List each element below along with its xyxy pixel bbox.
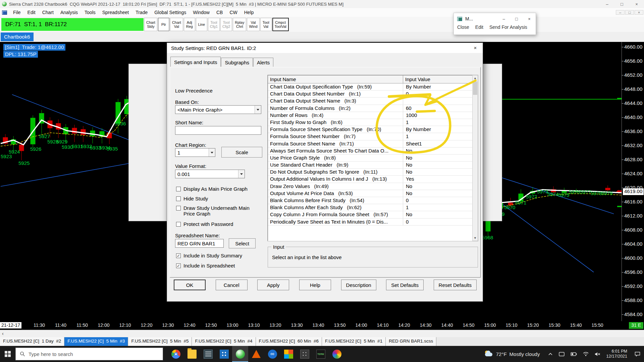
table-row[interactable]: Use Price Graph Style (In:8)No [268,155,478,162]
taskbar-app-palette[interactable] [329,346,345,362]
scroll-left-icon[interactable]: ‹ [2,331,4,336]
weather-widget[interactable]: 72°F Mostly cloudy [484,351,540,357]
apply-button[interactable]: Apply [257,280,289,290]
menu-item-chart[interactable]: Chart [39,9,57,16]
mdi-minimize-icon[interactable]: – [616,10,625,15]
chevron-down-icon[interactable] [255,106,261,114]
chart-tab-f-us-mesh22-c-5-min-4[interactable]: F.US.MESH22 [C] 5 Min #4 [192,337,256,346]
checkbox-protect-with-password[interactable]: Protect with Password [176,221,233,227]
help-button[interactable]: Help [299,280,331,290]
description-button[interactable]: Description [341,280,376,290]
checkbox-box[interactable]: ✓ [176,253,181,258]
taskbar-app-sierra[interactable] [232,346,248,362]
chart-region-select[interactable]: 1 [175,148,215,157]
taskbar-app-grid[interactable] [297,346,313,362]
table-row[interactable]: Formula Source Sheet Specification Type … [268,126,478,133]
chart-tab-f-us-mesh22-c-5-min-5[interactable]: F.US.MESH22 [C] 5 Min #5 [128,337,192,346]
table-row[interactable]: Copy Column J From Formula Source Sheet … [268,211,478,218]
toolbar-button-val-wind[interactable]: ValWind [247,18,259,31]
horizontal-scrollbar[interactable]: ‹ [0,330,644,337]
checkbox-box[interactable] [176,196,181,201]
table-row[interactable]: Formula Source Sheet Number (In:7)1 [268,133,478,140]
toolbar-button-tool-cfg1[interactable]: ToolCfg1 [208,18,220,31]
tab-alerts[interactable]: Alerts [253,58,273,67]
menu-item-spreadsheet[interactable]: Spreadsheet [99,9,132,16]
chevron-up-icon[interactable] [548,352,553,356]
chevron-down-icon[interactable] [209,148,215,157]
time-axis[interactable]: 21-12-17 31 E 11:3011:4011:5012:0012:101… [0,321,644,330]
table-row[interactable]: Output Additional Values In Columns I an… [268,176,478,183]
toolbar-button-rplay-chrt[interactable]: RplayChrt [233,18,246,31]
table-row[interactable]: Do Not Output Subgraphs Set To Ignore (I… [268,169,478,176]
mini-menu-send-for-analysis[interactable]: Send For Analysis [489,24,527,30]
cancel-button[interactable]: Cancel [216,280,248,290]
window-minimize-icon[interactable]: – [600,2,614,7]
table-row[interactable]: Periodically Save Sheet as Text in Minut… [268,219,478,226]
menu-item-edit[interactable]: Edit [24,9,39,16]
taskbar-app-chrome[interactable] [168,346,184,362]
mini-menu-close[interactable]: Close [457,24,469,30]
price-scale[interactable]: 4619.00 4660.004656.004652.004648.004644… [622,42,644,321]
menu-item-cb[interactable]: CB [213,9,226,16]
select-button[interactable]: Select [229,238,256,248]
menu-item-analysis[interactable]: Analysis [57,9,81,16]
taskbar-clock[interactable]: 6:01 PM 12/17/2021 [606,349,627,359]
reset-defaults-button[interactable]: Reset Defaults [434,280,477,290]
menu-item-help[interactable]: Help [241,9,257,16]
table-row[interactable]: Blank Columns Before First Study (In:54)… [268,197,478,204]
menu-item-global-settings[interactable]: Global Settings [151,9,190,16]
menu-item-cw[interactable]: CW [226,9,240,16]
table-row[interactable]: Output Volume At Price Data (In:53)No [268,190,478,197]
table-row[interactable]: Blank Columns After Each Study (In:62)1 [268,204,478,211]
checkbox-box[interactable] [176,222,181,227]
value-format-select[interactable]: 0.001 [175,170,245,178]
taskbar-app-inf[interactable] [264,346,280,362]
short-name-input[interactable] [175,126,261,135]
search-input[interactable]: Type here to search [15,348,163,360]
mini-minimize-icon[interactable]: – [497,16,510,21]
table-row[interactable]: Always Set Formula Source Sheet To Chart… [268,147,478,155]
toolbar-button-line[interactable]: Line [196,18,207,31]
menu-item-window[interactable]: Window [190,9,213,16]
toolbar-button-chart-stdy[interactable]: ChartStdy [144,18,157,31]
scale-button[interactable]: Scale [221,147,262,158]
window-maximize-icon[interactable]: □ [614,2,629,7]
set-defaults-button[interactable]: Set Defaults [386,280,424,290]
toolbar-button-cmpct-toolval[interactable]: CmpctToolVal [272,18,289,31]
checkbox-display-as-main-price-graph[interactable]: Display As Main Price Graph [176,186,248,192]
chart-tab-f-us-mesh22-c-5-min-3[interactable]: F.US.MESH22 [C] 5 Min #3 [64,337,128,346]
chart-tab-f-us-mesh22-c-1-day-2[interactable]: F.US.MESH22 [C] 1 Day #2 [0,337,64,346]
checkbox-box[interactable]: ✓ [176,263,181,268]
chart-tab-red-grn-bar1-scss[interactable]: RED GRN BAR1.scss [386,337,436,346]
mdi-close-icon[interactable]: × [635,10,643,15]
taskbar-app-calc[interactable] [216,346,232,362]
notification-center-icon[interactable] [631,352,644,357]
tablet-mode-icon[interactable] [559,352,565,356]
taskbar-app-folder[interactable] [184,346,200,362]
mdi-maximize-icon[interactable]: □ [625,10,634,15]
checkbox-hide-study[interactable]: Hide Study [176,196,208,201]
menu-item-trade[interactable]: Trade [132,9,151,16]
table-row[interactable]: Use Standard Chart Header (In:9)No [268,162,478,169]
mini-maximize-icon[interactable]: □ [510,16,523,21]
table-row[interactable]: Chart Data Output Specification Type (In… [268,83,478,90]
taskbar-app-store[interactable] [280,346,297,362]
ok-button[interactable]: OK [174,280,206,290]
table-row[interactable]: First Study Row to Graph (In:6)1 [268,119,478,126]
toolbar-button-chart-val[interactable]: ChartVal [170,18,183,31]
chartbook-tab[interactable]: Chartbook6 [1,33,34,41]
mini-close-icon[interactable]: × [523,16,536,21]
checkbox-include-in-study-summary[interactable]: ✓Include in Study Summary [176,253,242,258]
input-name-header[interactable]: Input Name [268,75,403,83]
volume-muted-icon[interactable] [595,352,600,356]
chevron-down-icon[interactable] [238,170,245,178]
start-button[interactable] [0,346,15,362]
mini-menu-edit[interactable]: Edit [475,24,483,30]
toolbar-button-adj-reg[interactable]: AdjReg [184,18,195,31]
spreadsheet-name-input[interactable]: RED GRN BAR1 [175,239,224,248]
checkbox-box[interactable] [176,206,181,210]
chart-tab-f-us-mesh22-c-5-min-1[interactable]: F.US.MESH22 [C] 5 Min #1 [322,337,386,346]
chart-tab-f-us-mesh22-c-60-min-6[interactable]: F.US.MESH22 [C] 60 Min #6 [256,337,322,346]
based-on-select[interactable]: <Main Price Graph> [175,105,261,114]
wifi-icon[interactable] [583,352,589,356]
